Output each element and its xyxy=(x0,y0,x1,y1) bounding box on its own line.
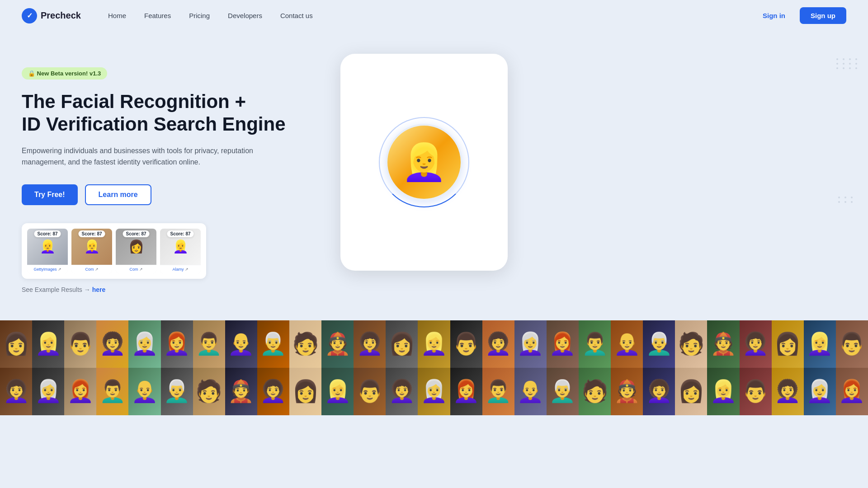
face-cell: 👩‍🦳 xyxy=(514,320,547,368)
hero-buttons: Try Free! Learn more xyxy=(22,184,320,205)
face-cell: 👩‍🦳 xyxy=(418,368,450,415)
score-badge-2: Score: 87 xyxy=(123,230,149,237)
face-cell: 👩 xyxy=(675,368,707,415)
face-cell: 👨‍🦱 xyxy=(482,368,514,415)
face-cell: 👩‍🦱 xyxy=(643,368,675,415)
phone-mockup: 👱‍♀️ xyxy=(340,54,508,271)
face-cell: 👨 xyxy=(354,368,386,415)
face-cell: 👩‍🦲 xyxy=(611,320,643,368)
hero-title-line1: The Facial Recognition + xyxy=(22,91,246,112)
face-cell: 👩‍🦳 xyxy=(32,368,64,415)
face-cell: 👨‍🦱 xyxy=(193,320,225,368)
face-cell: 👨 xyxy=(836,320,868,368)
score-badge-0: Score: 87 xyxy=(34,230,61,237)
face-cell: 👩‍🦱 xyxy=(96,320,128,368)
face-cell: 👨‍🦳 xyxy=(257,320,289,368)
result-card-3: 👱‍♀️ Score: 87 Alamy ↗ xyxy=(160,229,201,273)
face-cell: 👩‍🦰 xyxy=(64,368,96,415)
nav-pricing[interactable]: Pricing xyxy=(189,12,210,19)
result-source-3: Alamy ↗ xyxy=(160,265,201,273)
nav-links: Home Features Pricing Developers Contact… xyxy=(108,12,755,19)
face-cell: 👲 xyxy=(225,368,257,415)
faces-grid: (function() { const colors = [ 'linear-g… xyxy=(0,320,868,415)
face-cell: 👨‍🦳 xyxy=(643,320,675,368)
result-source-1: Com ↗ xyxy=(71,265,112,273)
see-example: See Example Results → here xyxy=(22,286,320,293)
face-cell: 👨‍🦱 xyxy=(96,368,128,415)
face-cell: 👨‍🦱 xyxy=(579,320,611,368)
face-cell: 👩‍🦱 xyxy=(257,368,289,415)
hero-content: 🔒 New Beta version! v1.3 The Facial Reco… xyxy=(22,49,320,293)
face-cell: 👩‍🦲 xyxy=(128,368,160,415)
face-cell: 👨 xyxy=(450,320,482,368)
face-cell: 👩‍🦱 xyxy=(0,368,32,415)
face-cell: 👩‍🦳 xyxy=(804,368,836,415)
face-cell: 👲 xyxy=(611,368,643,415)
nav-features[interactable]: Features xyxy=(144,12,171,19)
face-cell: 👲 xyxy=(707,320,739,368)
try-free-button[interactable]: Try Free! xyxy=(22,184,78,205)
logo-text: Precheck xyxy=(41,10,81,21)
signin-button[interactable]: Sign in xyxy=(755,8,793,23)
learn-more-button[interactable]: Learn more xyxy=(85,184,151,205)
results-strip: 👱‍♀️ Score: 87 GettyImages ↗ 👱‍♀️ Score:… xyxy=(22,223,206,279)
hero-section: 🔒 New Beta version! v1.3 The Facial Reco… xyxy=(0,31,868,320)
face-cell: 🧑 xyxy=(289,320,321,368)
nav-contact[interactable]: Contact us xyxy=(280,12,313,19)
result-card-1: 👱‍♀️ Score: 87 Com ↗ xyxy=(71,229,112,273)
face-cell: 🧑 xyxy=(675,320,707,368)
scan-ring xyxy=(379,117,469,207)
beta-badge: 🔒 New Beta version! v1.3 xyxy=(22,67,107,80)
face-cell: 👨 xyxy=(740,368,772,415)
logo[interactable]: ✓ Precheck xyxy=(22,8,81,23)
face-cell: 👩‍🦲 xyxy=(225,320,257,368)
face-cell: 👱‍♀️ xyxy=(418,320,450,368)
face-cell: 🧑 xyxy=(193,368,225,415)
hero-title: The Facial Recognition + ID Verification… xyxy=(22,90,320,136)
face-cell: 👩‍🦰 xyxy=(836,368,868,415)
face-cell: 👩‍🦱 xyxy=(386,368,418,415)
face-cell: 👩‍🦱 xyxy=(740,320,772,368)
hero-title-line2: ID Verification Search Engine xyxy=(22,113,286,135)
face-cell: 👩‍🦲 xyxy=(514,368,547,415)
signup-button[interactable]: Sign up xyxy=(800,7,846,24)
face-cell: 👨‍🦳 xyxy=(161,368,193,415)
face-cell: 🧑 xyxy=(579,368,611,415)
face-cell: 👩‍🦱 xyxy=(354,320,386,368)
nav-actions: Sign in Sign up xyxy=(755,7,846,24)
face-cell: 👩‍🦰 xyxy=(450,368,482,415)
hero-phone-area: 👱‍♀️ xyxy=(338,49,510,271)
face-cell: 👩 xyxy=(772,320,804,368)
result-source-link-3[interactable]: Alamy xyxy=(172,267,184,272)
face-cell: 👩‍🦱 xyxy=(772,368,804,415)
face-cell: 👩‍🦱 xyxy=(482,320,514,368)
hero-subtitle: Empowering individuals and businesses wi… xyxy=(22,145,257,168)
result-source-0: GettyImages ↗ xyxy=(27,265,68,273)
face-cell: 👱‍♀️ xyxy=(321,368,354,415)
face-cell: 👩 xyxy=(0,320,32,368)
score-badge-3: Score: 87 xyxy=(167,230,193,237)
result-card-2: 👩 Score: 87 Com ↗ xyxy=(116,229,156,273)
decorative-dots-tr xyxy=(836,58,859,69)
nav-home[interactable]: Home xyxy=(108,12,126,19)
example-link[interactable]: here xyxy=(92,286,106,293)
face-cell: 👨‍🦳 xyxy=(547,368,579,415)
result-source-2: Com ↗ xyxy=(116,265,156,273)
face-cell: 👩 xyxy=(289,368,321,415)
face-cell: 👩‍🦳 xyxy=(128,320,160,368)
navbar: ✓ Precheck Home Features Pricing Develop… xyxy=(0,0,868,31)
result-source-link-2[interactable]: Com xyxy=(129,267,138,272)
face-cell: 👱‍♀️ xyxy=(32,320,64,368)
result-card-0: 👱‍♀️ Score: 87 GettyImages ↗ xyxy=(27,229,68,273)
result-source-link-1[interactable]: Com xyxy=(85,267,94,272)
example-text: See Example Results → xyxy=(22,286,90,293)
decorative-dots-br xyxy=(838,197,854,203)
score-badge-1: Score: 87 xyxy=(78,230,105,237)
logo-icon: ✓ xyxy=(22,8,37,23)
result-source-link-0[interactable]: GettyImages xyxy=(33,267,57,272)
face-cell: 👨 xyxy=(64,320,96,368)
face-cell: 👱‍♀️ xyxy=(707,368,739,415)
face-cell: 👱‍♀️ xyxy=(804,320,836,368)
face-cell: 👲 xyxy=(321,320,354,368)
nav-developers[interactable]: Developers xyxy=(228,12,262,19)
